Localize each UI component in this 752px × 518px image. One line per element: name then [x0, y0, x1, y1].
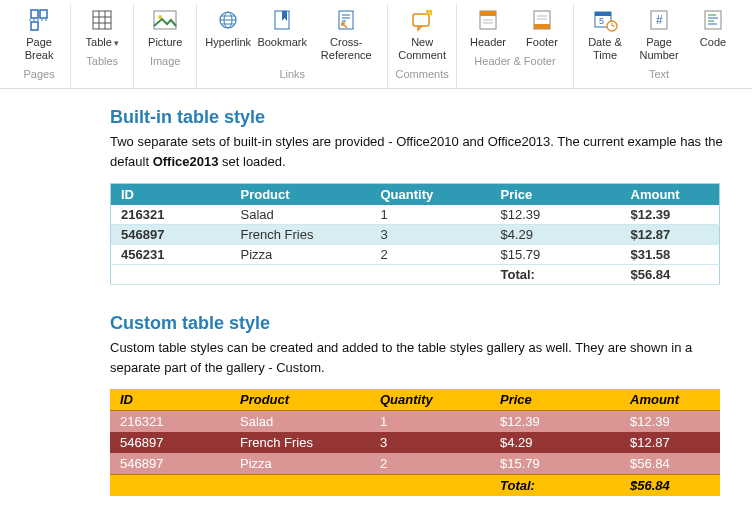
table-header-row: ID Product Quantity Price Amount: [110, 389, 720, 411]
svg-rect-2: [40, 10, 47, 18]
svg-rect-1: [31, 22, 38, 30]
ribbon-group-tables: Table▾ Tables: [71, 4, 134, 88]
page-break-button[interactable]: Page Break: [12, 4, 66, 64]
cell-amount: $12.87: [621, 225, 720, 245]
table-row: 546897 Pizza 2 $15.79 $56.84: [110, 453, 720, 475]
header-icon: [474, 6, 502, 34]
cell-product: Pizza: [230, 453, 370, 475]
svg-rect-22: [413, 14, 429, 26]
builtin-style-table: ID Product Quantity Price Amount 216321 …: [110, 183, 720, 285]
table-icon: [88, 6, 116, 34]
cell-product: French Fries: [230, 432, 370, 453]
cross-reference-button[interactable]: Cross-Reference: [309, 4, 383, 64]
table-row: 216321 Salad 1 $12.39 $12.39: [111, 205, 720, 225]
table-row: 456231 Pizza 2 $15.79 $31.58: [111, 245, 720, 265]
picture-icon: [151, 6, 179, 34]
svg-rect-4: [93, 11, 111, 29]
cell-product: Salad: [231, 205, 371, 225]
svg-rect-0: [31, 10, 38, 18]
bookmark-label: Bookmark: [257, 36, 307, 49]
col-quantity: Quantity: [371, 184, 491, 206]
svg-rect-40: [705, 11, 721, 29]
cell-amount: $56.84: [620, 453, 720, 475]
page-number-icon: #: [645, 6, 673, 34]
cell-product: Pizza: [231, 245, 371, 265]
cell-price: $15.79: [490, 453, 620, 475]
ribbon-group-comments: New Comment Comments: [388, 4, 457, 88]
cell-id: 456231: [111, 245, 231, 265]
col-id: ID: [111, 184, 231, 206]
section-title: Built-in table style: [110, 107, 742, 128]
col-price: Price: [491, 184, 621, 206]
page-number-label: Page Number: [639, 36, 678, 62]
ribbon-toolbar: Page Break Pages Table▾ Tables Picture I: [0, 0, 752, 89]
svg-rect-25: [480, 11, 496, 16]
hyperlink-button[interactable]: Hyperlink: [201, 4, 255, 64]
cell-qty: 1: [371, 205, 491, 225]
cell-qty: 3: [371, 225, 491, 245]
section-paragraph: Two separate sets of built-in styles are…: [110, 132, 742, 171]
col-price: Price: [490, 389, 620, 411]
cell-amount: $12.87: [620, 432, 720, 453]
table-header-row: ID Product Quantity Price Amount: [111, 184, 720, 206]
ribbon-group-links: Hyperlink Bookmark Cross-Reference Links: [197, 4, 388, 88]
col-product: Product: [231, 184, 371, 206]
table-row: 546897 French Fries 3 $4.29 $12.87: [110, 432, 720, 453]
cell-price: $12.39: [490, 411, 620, 433]
date-time-icon: 5: [591, 6, 619, 34]
chevron-down-icon: ▾: [114, 38, 119, 48]
cell-product: Salad: [230, 411, 370, 433]
cross-reference-icon: [332, 6, 360, 34]
cell-id: 546897: [111, 225, 231, 245]
ribbon-group-label: Links: [279, 68, 305, 84]
custom-style-table: ID Product Quantity Price Amount 216321 …: [110, 389, 720, 496]
cell-price: $15.79: [491, 245, 621, 265]
new-comment-icon: [408, 6, 436, 34]
col-quantity: Quantity: [370, 389, 490, 411]
hyperlink-label: Hyperlink: [205, 36, 251, 49]
total-value: $56.84: [620, 475, 720, 497]
cell-product: French Fries: [231, 225, 371, 245]
new-comment-button[interactable]: New Comment: [392, 4, 452, 64]
svg-rect-9: [154, 11, 176, 29]
date-time-label: Date & Time: [588, 36, 622, 62]
ribbon-group-pages: Page Break Pages: [8, 4, 71, 88]
date-time-button[interactable]: 5 Date & Time: [578, 4, 632, 64]
ribbon-group-label: Header & Footer: [474, 55, 555, 71]
cell-price: $12.39: [491, 205, 621, 225]
table-total-row: Total: $56.84: [110, 475, 720, 497]
table-button[interactable]: Table▾: [75, 4, 129, 51]
section-title: Custom table style: [110, 313, 742, 334]
svg-rect-29: [534, 24, 550, 29]
ribbon-group-label: Tables: [86, 55, 118, 71]
ribbon-group-label: Pages: [23, 68, 54, 84]
bookmark-button[interactable]: Bookmark: [255, 4, 309, 64]
cell-price: $4.29: [490, 432, 620, 453]
table-total-row: Total: $56.84: [111, 265, 720, 285]
cell-qty: 1: [370, 411, 490, 433]
picture-label: Picture: [148, 36, 182, 49]
cell-id: 546897: [110, 432, 230, 453]
bookmark-icon: [268, 6, 296, 34]
code-button[interactable]: Code: [686, 4, 740, 64]
page-break-icon: [25, 6, 53, 34]
code-icon: [699, 6, 727, 34]
header-label: Header: [470, 36, 506, 49]
page-number-button[interactable]: # Page Number: [632, 4, 686, 64]
col-amount: Amount: [620, 389, 720, 411]
cell-id: 216321: [110, 411, 230, 433]
table-row: 546897 French Fries 3 $4.29 $12.87: [111, 225, 720, 245]
ribbon-group-label: Image: [150, 55, 181, 71]
table-label: Table▾: [86, 36, 119, 49]
svg-text:5: 5: [599, 16, 604, 26]
footer-button[interactable]: Footer: [515, 4, 569, 51]
header-button[interactable]: Header: [461, 4, 515, 51]
col-amount: Amount: [621, 184, 720, 206]
picture-button[interactable]: Picture: [138, 4, 192, 51]
col-product: Product: [230, 389, 370, 411]
ribbon-group-image: Picture Image: [134, 4, 197, 88]
ribbon-group-text: 5 Date & Time # Page Number Code Text: [574, 4, 744, 88]
section-paragraph: Custom table styles can be created and a…: [110, 338, 742, 377]
total-label: Total:: [491, 265, 621, 285]
page-break-label: Page Break: [18, 36, 60, 62]
